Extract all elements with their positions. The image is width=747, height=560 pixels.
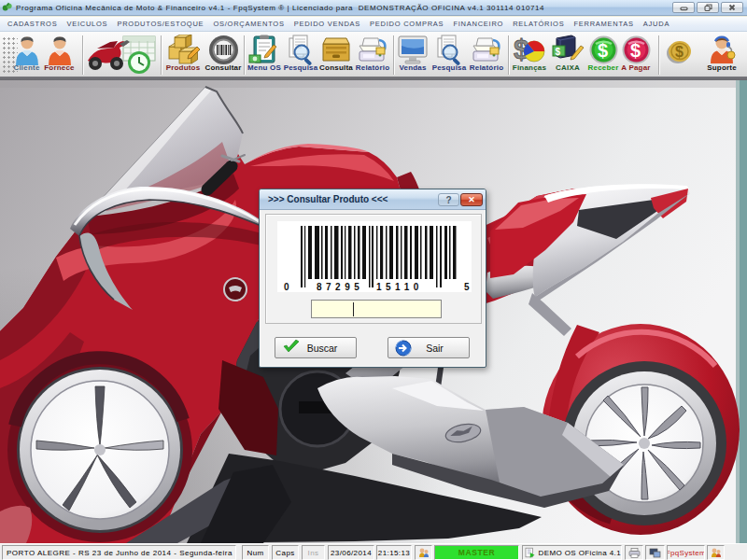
- svg-text:5: 5: [464, 282, 470, 292]
- svg-text:$: $: [630, 40, 641, 61]
- svg-text:$: $: [675, 44, 684, 60]
- svg-text:$: $: [598, 40, 608, 61]
- svg-text:15110: 15110: [376, 282, 423, 292]
- svg-text:87295: 87295: [317, 282, 363, 292]
- svg-text:0: 0: [284, 282, 289, 292]
- svg-text:$: $: [556, 47, 561, 57]
